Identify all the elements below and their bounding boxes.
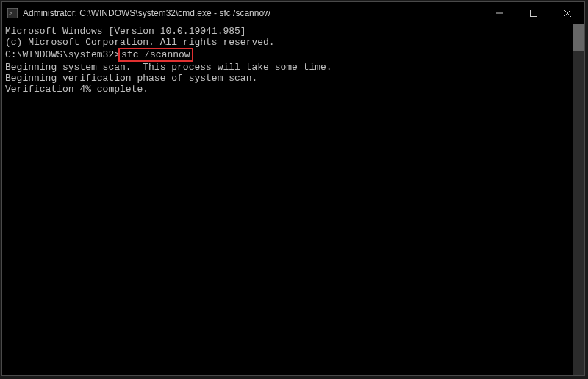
svg-rect-3 [531, 10, 537, 16]
minimize-button[interactable] [483, 2, 517, 24]
prompt-text: C:\WINDOWS\system32> [5, 49, 120, 60]
output-line: Verification 4% complete. [5, 84, 570, 95]
window-title: Administrator: C:\WINDOWS\system32\cmd.e… [23, 8, 483, 18]
window-controls [483, 2, 584, 24]
terminal-output[interactable]: Microsoft Windows [Version 10.0.19041.98… [2, 24, 573, 375]
output-line: Microsoft Windows [Version 10.0.19041.98… [5, 26, 570, 37]
command-highlight: sfc /scannow [118, 48, 193, 62]
titlebar[interactable]: > Administrator: C:\WINDOWS\system32\cmd… [2, 2, 584, 24]
terminal-body: Microsoft Windows [Version 10.0.19041.98… [2, 24, 584, 375]
svg-text:>: > [9, 10, 12, 17]
output-line: (c) Microsoft Corporation. All rights re… [5, 37, 570, 48]
maximize-button[interactable] [517, 2, 551, 24]
output-line: Beginning system scan. This process will… [5, 62, 570, 73]
output-line: Beginning verification phase of system s… [5, 73, 570, 84]
close-button[interactable] [551, 2, 584, 24]
cmd-window: > Administrator: C:\WINDOWS\system32\cmd… [1, 1, 585, 376]
scrollbar-thumb[interactable] [573, 24, 584, 51]
vertical-scrollbar[interactable] [573, 24, 584, 375]
cmd-icon: > [7, 7, 18, 19]
prompt-line: C:\WINDOWS\system32>sfc /scannow [5, 48, 570, 62]
